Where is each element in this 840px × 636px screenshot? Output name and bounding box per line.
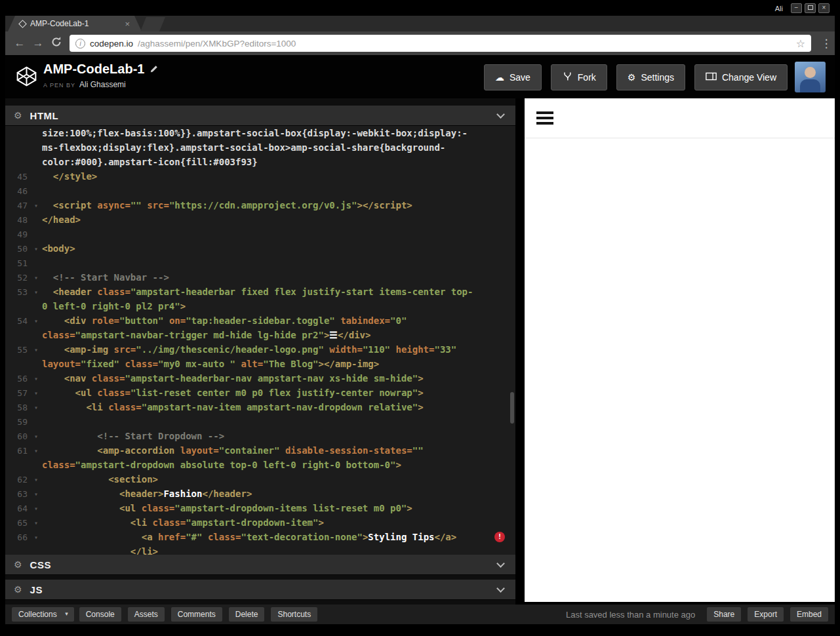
browser-menu-icon[interactable]: ⋮: [818, 37, 835, 50]
reload-icon[interactable]: [47, 36, 66, 50]
export-button[interactable]: Export: [748, 607, 784, 622]
code-line[interactable]: 65▾ <li class="ampstart-dropdown-item">: [5, 515, 515, 530]
browser-tab[interactable]: AMP-CodeLab-1 ×: [8, 16, 142, 31]
fold-arrow-icon[interactable]: ▾: [30, 447, 42, 454]
code-text[interactable]: <amp-accordion layout="container" disabl…: [42, 445, 515, 456]
fold-arrow-icon[interactable]: ▾: [30, 534, 42, 541]
fold-arrow-icon[interactable]: ▾: [30, 505, 42, 512]
html-code-editor[interactable]: size:100%;flex-basis:100%}}.ampstart-soc…: [5, 126, 515, 555]
html-panel-header[interactable]: ⚙ HTML: [5, 106, 515, 126]
comments-button[interactable]: Comments: [171, 607, 222, 622]
avatar[interactable]: [795, 62, 826, 92]
gear-icon[interactable]: ⚙: [14, 110, 22, 121]
fold-arrow-icon[interactable]: ▾: [30, 433, 42, 440]
code-text[interactable]: color:#000}.ampstart-icon{fill:#003f93}: [42, 157, 515, 167]
code-text[interactable]: class="ampstart-navbar-trigger md-hide l…: [42, 330, 515, 340]
code-line[interactable]: class="ampstart-navbar-trigger md-hide l…: [5, 328, 515, 342]
gear-icon[interactable]: ⚙: [14, 559, 22, 570]
author-link[interactable]: Ali Ghassemi: [79, 80, 126, 89]
minimize-button[interactable]: −: [791, 3, 802, 13]
edit-pencil-icon[interactable]: [150, 62, 159, 77]
assets-button[interactable]: Assets: [128, 607, 165, 622]
change-view-button[interactable]: Change View: [694, 64, 788, 90]
fold-arrow-icon[interactable]: ▾: [30, 519, 42, 527]
code-text[interactable]: <div role="button" on="tap:header-sideba…: [42, 315, 515, 326]
code-text[interactable]: <ul class="ampstart-dropdown-items list-…: [42, 503, 515, 513]
code-line[interactable]: 63▾ <header>Fashion</header>: [5, 487, 515, 501]
code-line[interactable]: 62▾ <section>: [5, 472, 515, 487]
shortcuts-button[interactable]: Shortcuts: [271, 607, 317, 622]
fold-arrow-icon[interactable]: ▾: [30, 490, 42, 498]
fold-arrow-icon[interactable]: ▾: [30, 274, 42, 281]
code-text[interactable]: <amp-img src="../img/thescenic/header-lo…: [42, 344, 515, 355]
css-panel-header[interactable]: ⚙ CSS: [5, 555, 515, 575]
code-line[interactable]: 49: [5, 227, 515, 241]
save-button[interactable]: ☁ Save: [484, 64, 542, 90]
code-text[interactable]: </head>: [42, 214, 515, 225]
code-text[interactable]: </li>: [42, 546, 515, 555]
code-line[interactable]: 59: [5, 414, 515, 429]
fold-arrow-icon[interactable]: ▾: [30, 404, 42, 411]
code-line[interactable]: 52▾ <!-- Start Navbar -->: [5, 270, 515, 285]
fold-arrow-icon[interactable]: ▾: [30, 389, 42, 397]
code-text[interactable]: <ul class="list-reset center m0 p0 flex …: [42, 388, 515, 398]
chevron-down-icon[interactable]: [496, 584, 505, 593]
code-text[interactable]: size:100%;flex-basis:100%}}.ampstart-soc…: [42, 128, 515, 138]
js-panel-header[interactable]: ⚙ JS: [5, 580, 515, 600]
fold-arrow-icon[interactable]: ▾: [30, 375, 42, 382]
code-text[interactable]: <a href="#" class="text-decoration-none"…: [42, 532, 515, 542]
new-tab-button[interactable]: [140, 17, 165, 31]
editor-scrollbar[interactable]: [510, 392, 514, 424]
code-text[interactable]: <li class="ampstart-nav-item ampstart-na…: [42, 402, 515, 412]
code-line[interactable]: 53▾ <header class="ampstart-headerbar fi…: [5, 285, 515, 299]
codepen-logo-icon[interactable]: [16, 66, 37, 90]
code-line[interactable]: </li>: [5, 544, 515, 555]
code-line[interactable]: 66▾ <a href="#" class="text-decoration-n…: [5, 530, 515, 544]
fold-arrow-icon[interactable]: ▾: [30, 346, 42, 353]
code-text[interactable]: 0 left-0 right-0 pl2 pr4">: [42, 301, 515, 311]
fold-arrow-icon[interactable]: ▾: [30, 245, 42, 252]
code-text[interactable]: <nav class="ampstart-headerbar-nav ampst…: [42, 373, 515, 384]
code-line[interactable]: 61▾ <amp-accordion layout="container" di…: [5, 443, 515, 458]
maximize-button[interactable]: [805, 3, 816, 13]
share-button[interactable]: Share: [707, 607, 741, 622]
settings-button[interactable]: ⚙ Settings: [616, 64, 685, 90]
collections-dropdown[interactable]: Collections ▾: [12, 607, 74, 622]
code-line[interactable]: 55▾ <amp-img src="../img/thescenic/heade…: [5, 342, 515, 357]
code-text[interactable]: <section>: [42, 474, 515, 485]
code-line[interactable]: 47▾ <script async="" src="https://cdn.am…: [5, 198, 515, 212]
chevron-down-icon[interactable]: [496, 110, 505, 119]
code-text[interactable]: <script async="" src="https://cdn.amppro…: [42, 200, 515, 210]
console-button[interactable]: Console: [79, 607, 121, 622]
code-line[interactable]: 46: [5, 184, 515, 198]
back-icon[interactable]: ←: [10, 37, 29, 50]
code-line[interactable]: 51: [5, 256, 515, 270]
bookmark-star-icon[interactable]: ☆: [796, 37, 805, 50]
gear-icon[interactable]: ⚙: [14, 584, 22, 595]
url-bar[interactable]: i codepen.io /aghassemi/pen/XMKbGP?edito…: [70, 35, 811, 52]
code-line[interactable]: 64▾ <ul class="ampstart-dropdown-items l…: [5, 501, 515, 515]
embed-button[interactable]: Embed: [790, 607, 828, 622]
fold-arrow-icon[interactable]: ▾: [30, 317, 42, 325]
close-button[interactable]: ×: [818, 3, 830, 13]
code-line[interactable]: class="ampstart-dropdown absolute top-0 …: [5, 458, 515, 472]
code-line[interactable]: 54▾ <div role="button" on="tap:header-si…: [5, 313, 515, 328]
preview-menu-icon[interactable]: [536, 111, 553, 127]
code-text[interactable]: <!-- Start Navbar -->: [42, 272, 515, 283]
code-text[interactable]: <!-- Start Dropdown -->: [42, 431, 515, 441]
chevron-down-icon[interactable]: [496, 559, 505, 568]
code-text[interactable]: <li class="ampstart-dropdown-item">: [42, 517, 515, 528]
delete-button[interactable]: Delete: [229, 607, 265, 622]
code-line[interactable]: 58▾ <li class="ampstart-nav-item ampstar…: [5, 400, 515, 414]
forward-icon[interactable]: →: [29, 37, 47, 50]
fold-arrow-icon[interactable]: ▾: [30, 288, 42, 296]
code-line[interactable]: ms-flexbox;display:flex}.ampstart-social…: [5, 140, 515, 155]
code-line[interactable]: 56▾ <nav class="ampstart-headerbar-nav a…: [5, 371, 515, 386]
code-line[interactable]: 57▾ <ul class="list-reset center m0 p0 f…: [5, 386, 515, 400]
code-text[interactable]: class="ampstart-dropdown absolute top-0 …: [42, 460, 515, 470]
tab-close-icon[interactable]: ×: [125, 19, 130, 29]
code-text[interactable]: layout="fixed" class="my0 mx-auto " alt=…: [42, 359, 515, 369]
code-text[interactable]: ms-flexbox;display:flex}.ampstart-social…: [42, 142, 515, 153]
info-icon[interactable]: i: [75, 39, 85, 49]
code-line[interactable]: 45 </style>: [5, 169, 515, 184]
